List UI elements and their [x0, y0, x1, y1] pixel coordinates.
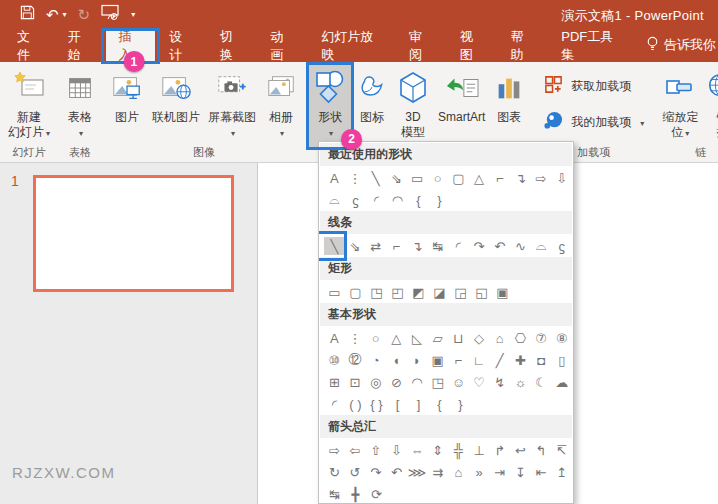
tab-help[interactable]: 帮助 — [499, 30, 548, 62]
shape-item[interactable]: ⇧ — [365, 441, 386, 459]
shape-item[interactable]: ↧ — [510, 463, 531, 481]
shape-item[interactable]: } — [429, 191, 450, 209]
shape-item[interactable]: △ — [386, 329, 407, 347]
shape-item[interactable]: ↹ — [427, 237, 448, 255]
link-button[interactable]: 链 接 — [702, 64, 718, 148]
shape-item[interactable]: ◺ — [407, 329, 428, 347]
shape-item[interactable]: ⇔ — [407, 441, 428, 459]
shape-item[interactable]: ⇨ — [324, 441, 345, 459]
shape-item[interactable]: » — [469, 463, 490, 481]
shape-item[interactable]: ( ) — [345, 395, 366, 413]
shape-item[interactable]: ⟳ — [366, 485, 387, 503]
shapes-button[interactable]: 形状 2 — [308, 64, 352, 148]
table-button[interactable]: 表格 — [60, 64, 100, 148]
shape-item[interactable]: ◖ — [386, 351, 407, 369]
shape-item[interactable]: ⑦ — [531, 329, 552, 347]
tab-review[interactable]: 审阅 — [397, 30, 446, 62]
shape-item[interactable]: { — [408, 191, 429, 209]
shape-item[interactable]: ◘ — [531, 351, 552, 369]
shape-item[interactable]: ◪ — [429, 283, 450, 301]
shape-item[interactable]: ⇨ — [531, 169, 552, 187]
shape-item[interactable]: ⑩ — [324, 351, 345, 369]
tell-me-box[interactable]: 告诉我你 — [636, 28, 718, 62]
shape-item[interactable]: ◜ — [448, 237, 469, 255]
new-slide-button[interactable]: 新建 幻灯片 — [4, 64, 54, 148]
3d-models-button[interactable]: 3D 模型 — [392, 64, 434, 148]
shape-item[interactable]: ╲3 — [324, 237, 345, 255]
shape-item[interactable]: ╲ — [365, 169, 386, 187]
tab-file[interactable]: 文件 — [5, 30, 54, 62]
shape-item[interactable]: ⌐ — [386, 237, 407, 255]
shape-item[interactable]: ▭ — [324, 283, 345, 301]
shape-item[interactable]: ▢ — [448, 169, 469, 187]
shape-item[interactable]: ⋙ — [407, 463, 428, 481]
start-slideshow-icon[interactable] — [101, 4, 120, 25]
shape-item[interactable]: ↺ — [345, 463, 366, 481]
shape-item[interactable]: ☾ — [531, 373, 552, 391]
shape-item[interactable]: ▣ — [492, 283, 513, 301]
shape-item[interactable]: ◜ — [366, 191, 387, 209]
shape-item[interactable]: ◇ — [469, 329, 490, 347]
shape-item[interactable]: ↷ — [365, 463, 386, 481]
shape-item[interactable]: ⇤ — [531, 463, 552, 481]
shape-item[interactable]: ↶ — [386, 463, 407, 481]
shape-item[interactable]: ◲ — [450, 283, 471, 301]
shape-item[interactable]: ╱ — [489, 351, 510, 369]
shape-item[interactable]: ⇄ — [365, 237, 386, 255]
shape-item[interactable]: ◱ — [471, 283, 492, 301]
shape-item[interactable]: ⊘ — [386, 373, 407, 391]
shape-item[interactable]: ◳ — [366, 283, 387, 301]
shape-item[interactable]: ☁ — [551, 373, 572, 391]
icons-button[interactable]: 图标 — [352, 64, 392, 148]
shape-item[interactable]: ↱ — [489, 441, 510, 459]
shape-item[interactable]: ⌐ — [448, 351, 469, 369]
undo-icon[interactable]: ↶ — [46, 7, 59, 22]
shape-item[interactable]: ↹ — [324, 485, 345, 503]
shape-item[interactable]: ⌂ — [448, 463, 469, 481]
shape-item[interactable]: ⇦ — [345, 441, 366, 459]
shape-item[interactable]: { } — [366, 395, 387, 413]
shape-item[interactable]: ⊥ — [469, 441, 490, 459]
shape-item[interactable]: ϛ — [551, 237, 572, 255]
shape-item[interactable]: ○ — [427, 169, 448, 187]
shape-item[interactable]: ○ — [365, 329, 386, 347]
shape-item[interactable]: ⋮ — [345, 329, 366, 347]
my-add-ins-button[interactable]: 我的加载项 — [543, 110, 644, 134]
photo-album-button[interactable]: 相册 — [260, 64, 302, 148]
shape-item[interactable]: ✚ — [510, 351, 531, 369]
save-icon[interactable] — [20, 5, 35, 24]
shape-item[interactable]: ╋ — [345, 485, 366, 503]
shape-item[interactable]: ∟ — [469, 351, 490, 369]
shape-item[interactable]: ▢ — [345, 283, 366, 301]
shape-item[interactable]: ⇕ — [427, 441, 448, 459]
shape-item[interactable]: ↰ — [531, 441, 552, 459]
slide-thumbnail[interactable] — [33, 175, 234, 292]
tab-design[interactable]: 设计 — [157, 30, 206, 62]
shape-item[interactable]: ⋮ — [345, 169, 366, 187]
pictures-button[interactable]: 图片 — [106, 64, 148, 148]
shape-item[interactable]: ⌓ — [324, 191, 345, 209]
shape-item[interactable]: ⊔ — [448, 329, 469, 347]
shape-item[interactable]: A — [324, 169, 345, 187]
tab-animations[interactable]: 动画 — [259, 30, 308, 62]
shape-item[interactable]: ☼ — [510, 373, 531, 391]
shape-item[interactable]: ⇥ — [489, 463, 510, 481]
shape-item[interactable]: } — [450, 395, 471, 413]
shape-item[interactable]: { — [429, 395, 450, 413]
shape-item[interactable]: ] — [408, 395, 429, 413]
shape-item[interactable]: ▣ — [427, 351, 448, 369]
shape-item[interactable]: ⇉ — [427, 463, 448, 481]
shape-item[interactable]: ⊡ — [345, 373, 366, 391]
tab-home[interactable]: 开始 — [56, 30, 105, 62]
tab-insert[interactable]: 插入1 — [106, 30, 155, 62]
undo-caret-icon[interactable]: ▾ — [63, 10, 67, 19]
shape-item[interactable]: ◰ — [387, 283, 408, 301]
online-pictures-button[interactable]: 联机图片 — [148, 64, 204, 148]
shape-item[interactable]: ◗ — [407, 351, 428, 369]
tab-pdf-tools[interactable]: PDF工具集 — [549, 30, 635, 62]
shape-item[interactable]: ◠ — [407, 373, 428, 391]
shape-item[interactable]: ↸ — [551, 441, 572, 459]
shape-item[interactable]: ↴ — [510, 169, 531, 187]
tab-slide-show[interactable]: 幻灯片放映 — [309, 30, 395, 62]
shape-item[interactable]: ⇩ — [551, 169, 572, 187]
